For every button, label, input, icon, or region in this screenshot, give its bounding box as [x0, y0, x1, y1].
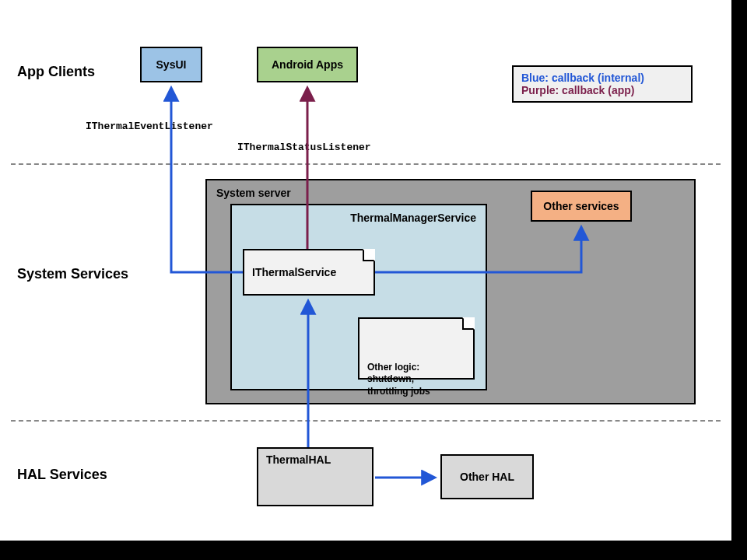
box-other-hal: Other HAL	[440, 454, 534, 499]
box-other-services-label: Other services	[543, 200, 619, 212]
box-other-logic-label: Other logic: shutdown, throttling jobs	[367, 362, 430, 397]
divider-1	[11, 163, 721, 165]
box-system-server-label: System server	[216, 187, 291, 199]
box-sysui-label: SysUI	[156, 58, 187, 71]
canvas: App Clients System Services HAL Services…	[0, 0, 747, 560]
box-other-services: Other services	[531, 191, 632, 222]
section-app-clients: App Clients	[17, 64, 95, 80]
box-android-apps: Android Apps	[257, 47, 358, 82]
box-ithermal-service: IThermalService	[243, 249, 375, 296]
legend-purple: Purple: callback (app)	[521, 84, 683, 96]
box-other-hal-label: Other HAL	[460, 471, 514, 483]
label-ithermal-status-listener: IThermalStatusListener	[237, 142, 371, 153]
box-android-apps-label: Android Apps	[272, 58, 343, 71]
box-thermal-hal: ThermalHAL	[257, 447, 374, 506]
label-ithermal-event-listener-left: IThermalEventListener	[86, 121, 213, 132]
legend-blue: Blue: callback (internal)	[521, 72, 683, 84]
box-thermal-hal-label: ThermalHAL	[266, 453, 331, 466]
section-system-services: System Services	[17, 266, 128, 282]
section-hal-services: HAL Services	[17, 467, 107, 483]
box-other-logic: Other logic: shutdown, throttling jobs	[358, 317, 475, 380]
box-tms-label: ThermalManagerService	[350, 212, 476, 224]
box-ithermal-service-label: IThermalService	[252, 266, 336, 278]
box-sysui: SysUI	[140, 47, 202, 82]
diagram-paper: App Clients System Services HAL Services…	[0, 0, 731, 541]
divider-2	[11, 420, 721, 422]
legend-box: Blue: callback (internal) Purple: callba…	[512, 65, 693, 103]
